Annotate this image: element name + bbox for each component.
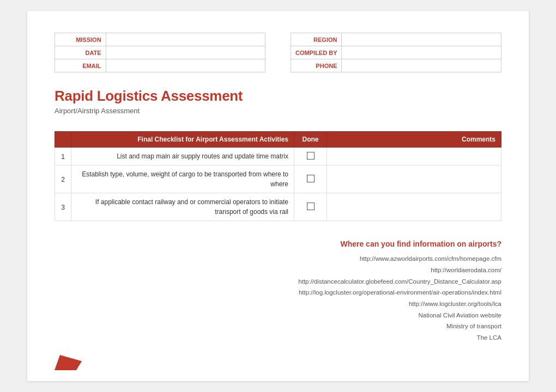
phone-label: PHONE <box>291 59 342 72</box>
date-label: DATE <box>55 46 106 59</box>
table-row: 1 List and map main air supply routes an… <box>55 148 501 166</box>
table-row: 2 Establish type, volume, weight of carg… <box>55 166 501 193</box>
table-row: 3 If applicable contact railway and or c… <box>55 193 501 221</box>
page-title: Rapid Logistics Assessment <box>55 88 501 105</box>
info-link: The LCA <box>55 332 501 344</box>
header-activity: Final Checklist for Airport Assessment A… <box>71 132 294 148</box>
row-activity: If applicable contact railway and or com… <box>71 193 294 221</box>
info-link: Ministry of transport <box>55 321 501 332</box>
mission-label: MISSION <box>55 33 106 46</box>
page-subtitle: Airport/Airstrip Assessment <box>55 107 501 115</box>
logo-shape <box>55 355 82 370</box>
header-done: Done <box>294 132 327 148</box>
info-links: http://www.azworldairports.com/cfm/homep… <box>55 253 501 344</box>
info-link: http://worldaerodata.com/ <box>55 265 501 276</box>
compiled-by-label: COMPILED BY <box>291 46 342 59</box>
row-comments[interactable] <box>327 166 501 193</box>
date-value[interactable] <box>106 46 265 59</box>
header-comments: Comments <box>327 132 501 148</box>
header-num <box>55 132 71 148</box>
row-comments[interactable] <box>327 148 501 166</box>
compiled-by-value[interactable] <box>342 46 501 59</box>
email-value[interactable] <box>106 59 265 72</box>
row-done[interactable] <box>294 193 327 221</box>
checklist-table: Final Checklist for Airport Assessment A… <box>55 131 501 221</box>
header-table: MISSION REGION DATE COMPILED BY EMAIL PH… <box>55 33 501 72</box>
row-num: 2 <box>55 166 71 193</box>
row-num: 1 <box>55 148 71 166</box>
row-num: 3 <box>55 193 71 221</box>
phone-value[interactable] <box>342 59 501 72</box>
checkbox[interactable] <box>307 152 315 160</box>
row-done[interactable] <box>294 166 327 193</box>
row-activity: Establish type, volume, weight of cargo … <box>71 166 294 193</box>
row-comments[interactable] <box>327 193 501 221</box>
checkbox[interactable] <box>307 175 315 182</box>
mission-value[interactable] <box>106 33 265 46</box>
info-title: Where can you find information on airpor… <box>55 237 501 251</box>
info-link: National Civil Aviation website <box>55 310 501 321</box>
row-done[interactable] <box>294 148 327 166</box>
page: MISSION REGION DATE COMPILED BY EMAIL PH… <box>27 11 529 381</box>
region-value[interactable] <box>342 33 501 46</box>
info-link: http://log.logcluster.org/operational-en… <box>55 287 501 298</box>
email-label: EMAIL <box>55 59 106 72</box>
info-section: Where can you find information on airpor… <box>55 237 501 344</box>
checkbox[interactable] <box>307 203 315 210</box>
footer-logo <box>55 355 82 370</box>
info-link: http://www.azworldairports.com/cfm/homep… <box>55 253 501 265</box>
info-link: http://distancecalculator.globefeed.com/… <box>55 276 501 287</box>
row-activity: List and map main air supply routes and … <box>71 148 294 166</box>
info-link: http://www.logcluster.org/tools/lca <box>55 298 501 310</box>
region-label: REGION <box>291 33 342 46</box>
